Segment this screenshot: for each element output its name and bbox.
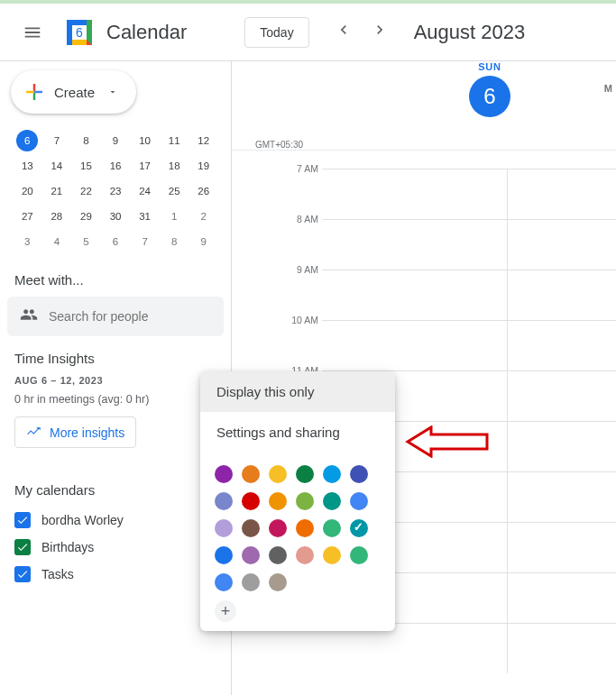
color-swatch[interactable] [242,573,260,591]
mini-cal-day[interactable]: 26 [188,178,218,204]
color-swatch[interactable] [269,519,287,537]
insights-meeting-hours: 0 hr in meetings (avg: 0 hr) [14,393,224,406]
svg-text:6: 6 [76,25,83,40]
mini-cal-day[interactable]: 9 [188,229,218,254]
more-insights-label: More insights [50,425,124,440]
mini-cal-day[interactable]: 27 [13,204,42,229]
color-swatch[interactable] [269,465,287,483]
calendar-checkbox[interactable] [14,512,31,528]
mini-cal-day[interactable]: 11 [160,128,189,153]
calendar-list: bordha WorleyBirthdaysTasks [7,507,224,588]
mini-cal-day[interactable]: 30 [101,204,131,229]
day-header-row: GMT+05:30 SUN 6 M [232,61,616,151]
prev-arrow-icon[interactable] [335,21,353,43]
mini-cal-day[interactable]: 23 [101,178,131,204]
mini-cal-day[interactable]: 2 [188,204,218,229]
add-custom-color-button[interactable]: + [215,600,236,622]
timezone-label: GMT+05:30 [255,140,303,150]
mini-cal-day[interactable]: 5 [71,229,101,254]
color-swatch[interactable] [323,492,341,510]
color-swatch[interactable] [242,492,260,510]
color-swatch[interactable] [350,519,368,537]
color-swatch[interactable] [323,546,341,564]
color-swatch[interactable] [242,546,260,564]
color-swatch[interactable] [350,492,368,510]
mini-cal-day[interactable]: 20 [13,178,42,204]
menu-display-only[interactable]: Display this only [200,371,395,412]
mini-cal-day[interactable]: 21 [42,178,72,204]
insights-date-range: AUG 6 – 12, 2023 [14,375,224,386]
meet-with-title: Meet with... [14,272,224,288]
time-label: 8 AM [286,214,318,224]
mini-cal-day[interactable]: 8 [160,229,189,254]
mini-cal-day[interactable]: 7 [130,229,160,254]
mini-cal-day[interactable]: 14 [42,153,72,178]
mini-cal-day[interactable]: 29 [71,204,101,229]
color-swatch[interactable] [242,465,260,483]
mini-cal-day[interactable]: 24 [130,178,160,204]
mini-cal-day[interactable]: 25 [160,178,189,204]
mini-cal-day[interactable]: 18 [160,153,189,178]
color-swatch[interactable] [296,546,314,564]
color-swatch[interactable] [215,573,233,591]
mini-cal-day[interactable]: 8 [71,128,101,153]
today-button[interactable]: Today [244,17,308,48]
mini-cal-day[interactable]: 10 [130,128,160,153]
day-column-header[interactable]: SUN 6 [400,61,580,151]
menu-settings-sharing[interactable]: Settings and sharing [200,412,395,453]
calendar-logo-icon: 6 [61,14,97,50]
time-row[interactable]: 10 AM [322,320,616,370]
mini-cal-day[interactable]: 6 [101,229,131,254]
color-swatch[interactable] [269,573,287,591]
time-row[interactable]: 9 AM [322,270,616,320]
color-swatch[interactable] [215,519,233,537]
calendar-list-item[interactable]: bordha Worley [14,507,224,534]
mini-calendar[interactable]: 6789101112131415161718192021222324252627… [7,128,224,254]
mini-cal-day[interactable]: 19 [188,153,218,178]
main-menu-button[interactable] [11,11,54,54]
mini-cal-day[interactable]: 6 [13,128,42,153]
color-swatch[interactable] [242,519,260,537]
calendar-checkbox[interactable] [14,566,31,582]
mini-cal-day[interactable]: 31 [130,204,160,229]
time-row[interactable]: 8 AM [322,219,616,270]
color-swatch[interactable] [323,465,341,483]
mini-cal-day[interactable]: 28 [42,204,72,229]
mini-cal-day[interactable]: 7 [42,128,72,153]
color-swatch[interactable] [215,546,233,564]
color-swatch[interactable] [269,492,287,510]
insights-chart-icon [26,423,42,442]
mini-cal-day[interactable]: 1 [160,204,189,229]
mini-cal-day[interactable]: 9 [101,128,131,153]
more-insights-button[interactable]: More insights [14,416,136,448]
create-button[interactable]: Create [11,70,136,114]
day-name-label: SUN [478,61,501,72]
nav-arrows [335,21,389,43]
calendar-list-item[interactable]: Birthdays [14,534,224,561]
mini-cal-day[interactable]: 3 [13,229,42,254]
app-title: Calendar [106,21,187,44]
next-arrow-icon[interactable] [371,21,389,43]
color-swatch[interactable] [296,492,314,510]
mini-cal-day[interactable]: 15 [71,153,101,178]
calendar-checkbox[interactable] [14,539,31,555]
mini-cal-day[interactable]: 4 [42,229,72,254]
mini-cal-day[interactable]: 13 [13,153,42,178]
color-swatch[interactable] [215,465,233,483]
mini-cal-day[interactable]: 12 [188,128,218,153]
logo-block: 6 Calendar [61,14,187,50]
mini-cal-day[interactable]: 17 [130,153,160,178]
color-swatch[interactable] [215,492,233,510]
color-swatch[interactable] [323,519,341,537]
time-row[interactable]: 7 AM [322,169,616,219]
mini-cal-day[interactable]: 16 [101,153,131,178]
color-swatch[interactable] [350,546,368,564]
color-swatch[interactable] [269,546,287,564]
search-people-input[interactable] [49,309,211,324]
color-swatch[interactable] [296,519,314,537]
mini-cal-day[interactable]: 22 [71,178,101,204]
color-swatch[interactable] [350,465,368,483]
color-swatch[interactable] [296,465,314,483]
search-people-box[interactable] [7,297,224,336]
calendar-list-item[interactable]: Tasks [14,561,224,588]
